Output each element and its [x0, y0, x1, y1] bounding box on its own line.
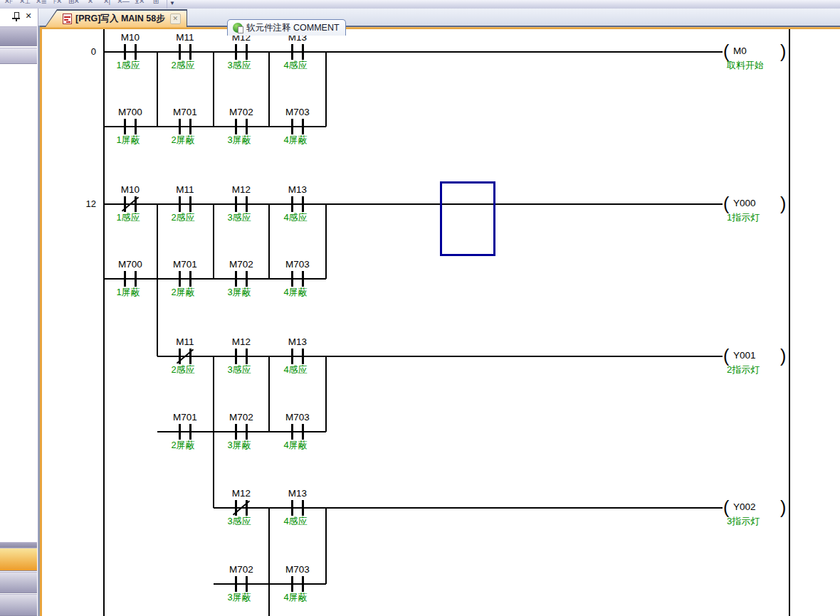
- contact-no-M12[interactable]: [235, 44, 237, 60]
- contact-no-M702[interactable]: [235, 271, 237, 287]
- contact-no-M701[interactable]: [179, 119, 181, 134]
- coil-icon[interactable]: ⊞✕: [67, 0, 80, 8]
- contact-no-M701-bar[interactable]: [189, 271, 191, 287]
- navigation-panel: ✕: [0, 9, 38, 616]
- panel-toolbar-bar[interactable]: [0, 26, 37, 46]
- contact-no-M12-bar[interactable]: [246, 196, 248, 212]
- contact-no-M702[interactable]: [235, 424, 237, 440]
- device-label: M703: [266, 564, 330, 575]
- contact-no-M703-bar[interactable]: [302, 424, 304, 440]
- vertical-line-icon[interactable]: ✕|: [100, 0, 113, 8]
- contact-no-M10-bar[interactable]: [135, 44, 137, 60]
- contact-no-M700[interactable]: [124, 119, 126, 134]
- open-contact-icon[interactable]: ✕⊦: [1, 0, 15, 8]
- contact-no-M12[interactable]: [235, 349, 237, 364]
- step-number: 0: [62, 46, 96, 57]
- contact-no-M703[interactable]: [291, 576, 293, 592]
- contact-no-M13[interactable]: [291, 44, 293, 60]
- device-label: M13: [266, 184, 330, 195]
- contact-no-M702[interactable]: [235, 576, 237, 592]
- tab-device-comment[interactable]: 软元件注释 COMMENT: [227, 19, 346, 36]
- contact-no-M13-bar[interactable]: [302, 349, 304, 364]
- panel-splitter[interactable]: [0, 542, 37, 548]
- contact-no-M11[interactable]: [179, 44, 181, 60]
- coil-close-paren: ): [780, 346, 786, 365]
- contact-no-M12-bar[interactable]: [246, 44, 248, 60]
- contact-no-M12-bar[interactable]: [246, 349, 248, 364]
- coil-comment: 取料开始: [727, 59, 764, 72]
- contact-no-M702-bar[interactable]: [246, 271, 248, 287]
- contact-no-M700-bar[interactable]: [135, 119, 137, 134]
- coil-Y000[interactable]: Y000: [733, 198, 756, 208]
- contact-no-M12[interactable]: [235, 196, 237, 212]
- device-label: M703: [266, 107, 330, 117]
- coil-comment: 1指示灯: [727, 211, 760, 224]
- contact-no-M701-bar[interactable]: [189, 119, 191, 134]
- tab-main-program[interactable]: [PRG]写入 MAIN 58步 ✕: [45, 9, 187, 27]
- nav-button-3[interactable]: [0, 594, 37, 616]
- coil-close-paren: ): [780, 42, 786, 60]
- contact-no-M703[interactable]: [291, 424, 293, 440]
- device-comment-icon: [233, 23, 243, 33]
- device-label: M702: [209, 412, 273, 423]
- contact-no-M703[interactable]: [291, 271, 293, 287]
- contact-no-M10[interactable]: [124, 44, 126, 60]
- coil-Y002[interactable]: Y002: [733, 501, 756, 512]
- device-label: M701: [153, 259, 217, 270]
- close-branch-icon[interactable]: ⊦✕: [51, 0, 64, 8]
- tab-close-icon[interactable]: ✕: [170, 14, 181, 24]
- coil-M0[interactable]: M0: [733, 46, 747, 56]
- contact-no-M702-bar[interactable]: [246, 424, 248, 440]
- contact-no-M703-bar[interactable]: [302, 576, 304, 592]
- contact-no-M701[interactable]: [179, 424, 181, 440]
- contact-no-M700[interactable]: [124, 271, 126, 287]
- contact-no-M13[interactable]: [291, 500, 293, 516]
- device-label: M702: [209, 259, 273, 270]
- contact-no-M702-bar[interactable]: [246, 576, 248, 592]
- pushpin-icon[interactable]: [12, 12, 21, 21]
- nav-button-2[interactable]: [0, 572, 37, 593]
- contact-no-M703-bar[interactable]: [302, 271, 304, 287]
- contact-no-M13-bar[interactable]: [302, 44, 304, 60]
- device-label: M703: [266, 259, 330, 270]
- ladder-editor-canvas[interactable]: 012M101感应M112感应M123感应M134感应M7001屏蔽M7012屏…: [42, 29, 840, 616]
- contact-no-M11-bar[interactable]: [189, 196, 191, 212]
- contact-no-M700-bar[interactable]: [135, 271, 137, 287]
- contact-no-M702[interactable]: [235, 119, 237, 134]
- horizontal-line-icon[interactable]: ✕—: [116, 0, 130, 8]
- contact-no-M701-bar[interactable]: [189, 424, 191, 440]
- contact-no-M11[interactable]: [179, 196, 181, 212]
- close-contact-icon[interactable]: ✕⊥: [18, 0, 31, 8]
- panel-close-icon[interactable]: ✕: [23, 11, 33, 21]
- nav-button-active[interactable]: [0, 548, 37, 571]
- contact-no-M13-bar[interactable]: [302, 500, 304, 516]
- coil-comment: 2指示灯: [727, 363, 760, 376]
- application-instruction-icon[interactable]: ✕: [83, 0, 97, 8]
- device-comment: 4屏蔽: [261, 134, 330, 147]
- device-label: M12: [209, 488, 273, 499]
- document-frame-accent: [38, 27, 840, 29]
- device-comment: 4屏蔽: [261, 286, 330, 299]
- device-comment: 4感应: [261, 515, 330, 528]
- contact-no-M703-bar[interactable]: [302, 119, 304, 134]
- coil-open-paren: (: [723, 498, 729, 516]
- contact-no-M13-bar[interactable]: [302, 196, 304, 212]
- device-label: M701: [153, 412, 217, 423]
- contact-no-M702-bar[interactable]: [246, 119, 248, 134]
- contact-no-M13[interactable]: [291, 196, 293, 212]
- contact-no-M701[interactable]: [179, 271, 181, 287]
- device-comment: 4感应: [261, 59, 330, 72]
- contact-no-M11-bar[interactable]: [189, 44, 191, 60]
- toolbar-icons: ✕⊦✕⊥✕≣⊦✕⊞✕✕✕|✕—⊻✕⊞: [1, 0, 162, 8]
- device-label: M701: [153, 107, 217, 117]
- device-label: M13: [266, 488, 330, 499]
- coil-Y001[interactable]: Y001: [733, 350, 756, 361]
- contact-no-M703[interactable]: [291, 119, 293, 134]
- delete-horizontal-line-icon[interactable]: ⊞: [149, 0, 162, 8]
- wire-horizontal: [157, 431, 326, 432]
- device-comment: 4感应: [261, 363, 330, 376]
- delete-vertical-line-icon[interactable]: ⊻✕: [132, 0, 146, 8]
- panel-header-bar[interactable]: [0, 48, 37, 64]
- contact-no-M13[interactable]: [291, 349, 293, 364]
- open-branch-icon[interactable]: ✕≣: [34, 0, 48, 8]
